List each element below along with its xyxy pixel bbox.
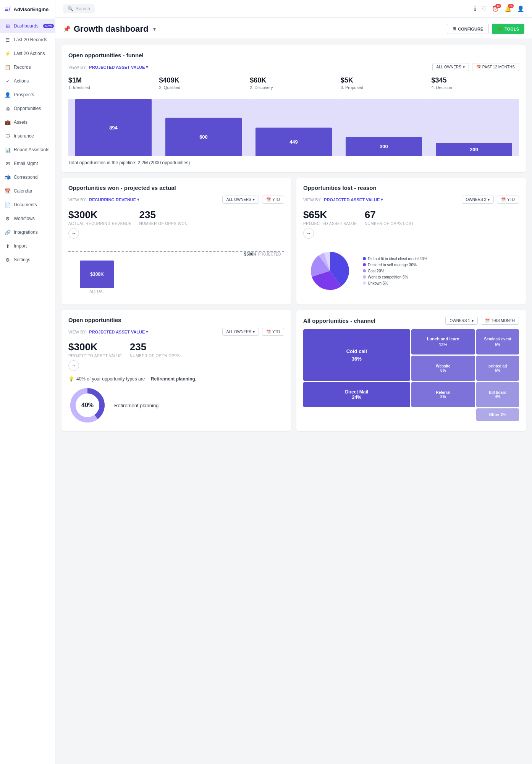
sidebar-item-opportunities[interactable]: ◎ Opportunities [0,102,55,115]
treemap-cell-directmail: Direct Mail 24% [303,382,410,407]
funnel-bar: 449 [255,128,332,156]
dashboard-title: Growth dashboard [74,24,149,34]
alert-icon[interactable]: ⏰ 12 [492,5,499,12]
sidebar-item-correspond[interactable]: 📬 Correspond [0,170,55,184]
funnel-viewby-label: VIEW BY: [68,65,87,70]
notification-bell[interactable]: 🔔 76 [505,5,512,12]
open-opps-viewby-value[interactable]: PROJECTED ASSET VALUE ▾ [89,329,148,334]
treemap-cell-other: Other 2% [476,408,519,421]
sidebar-label-workflows: Workflows [14,216,35,221]
sidebar-item-import[interactable]: ⬆ Import [0,239,55,253]
open-opps-viewby-label: VIEW BY: [68,330,87,334]
funnel-bar-wrap: 449 [249,95,339,156]
opps-won-period-filter[interactable]: 📅 YTD [262,196,284,204]
funnel-bars: 894 600 449 300 209 [68,95,519,156]
import-icon: ⬆ [5,243,11,249]
sidebar-label-emailmgmt: Email Mgmt [14,161,38,166]
sidebar-item-prospects[interactable]: 👤 Prospects [0,88,55,102]
funnel-stat: $345 4. Decision [431,76,519,90]
sidebar-item-last20records[interactable]: ☰ Last 20 Records [0,33,55,47]
opps-lost-count-value: 67 [365,209,414,221]
heart-icon[interactable]: ♡ [482,5,487,12]
funnel-period-filter[interactable]: 📅 PAST 12 MONTHS [472,63,519,71]
opps-won-owners-filter[interactable]: ALL OWNERS ▾ [222,196,259,204]
opps-lost-owners-filter[interactable]: OWNERS 2 ▾ [462,196,494,204]
pie-legend-dot [363,263,366,266]
channel-owners-filter[interactable]: OWNERS 1 ▾ [445,317,477,325]
sidebar-label-documents: Documents [14,202,37,207]
funnel-owners-filter[interactable]: ALL OWNERS ▾ [432,63,469,71]
opps-won-actual-metric: $300K ACTUAL RECURRING REVENUE → [68,209,132,239]
opps-won-filter-left: VIEW BY: RECURRING REVENUE ▾ [68,197,139,202]
open-opps-cal-icon: 📅 [266,330,271,334]
opps-lost-navigate-button[interactable]: → [303,228,314,239]
opps-won-viewby-value[interactable]: RECURRING REVENUE ▾ [89,197,139,202]
open-opps-period-filter[interactable]: 📅 YTD [262,328,284,336]
sidebar-item-documents[interactable]: 📄 Documents [0,198,55,212]
projected-line: $500K PROJECTED [68,251,284,256]
channel-period-filter[interactable]: 📅 THIS MONTH [481,317,519,325]
open-opps-donut: 40% Retirement planning [68,386,284,424]
opps-lost-pie: Did not fit in ideal client model 40% De… [303,244,519,298]
funnel-title: Open opportunities - funnel [68,52,519,58]
title-chevron-icon[interactable]: ▾ [153,26,156,32]
sidebar-label-calendar: Calendar [14,188,32,194]
sidebar-item-records[interactable]: 📋 Records [0,60,55,74]
info-icon[interactable]: ℹ [474,5,476,12]
sidebar-label-integrations: Integrations [14,230,38,235]
topbar-icons: ℹ ♡ ⏰ 12 🔔 76 👤 [474,5,524,12]
tools-button[interactable]: 🌿 TOOLS [492,24,524,34]
sidebar-item-settings[interactable]: ⚙ Settings [0,253,55,267]
funnel-stat: $5K 3. Proposed [341,76,429,90]
opps-won-bar-chart: $500K PROJECTED $300K ACTUAL [68,244,284,294]
open-opps-title: Open opportunities [68,317,284,323]
main-content: 🔍 Search ℹ ♡ ⏰ 12 🔔 76 👤 📌 Growth dashbo… [55,0,532,764]
pie-legend-dot [363,269,366,272]
opps-won-filter-right: ALL OWNERS ▾ 📅 YTD [222,196,284,204]
open-opps-insight: 💡 40% of your opportunity types are Reti… [68,376,284,382]
opps-lost-count-metric: 67 NUMBER OF OPPS LOST [365,209,414,239]
treemap-grid: Cold call 36% Lunch and learn 12% Semina… [303,329,519,421]
treemap-cell-coldcall: Cold call 36% [303,329,410,381]
opps-lost-count-label: NUMBER OF OPPS LOST [365,222,414,226]
sidebar-item-workflows[interactable]: ⚙ Workflows [0,212,55,225]
open-opps-value-metric: $300K PROJECTED ASSET VALUE → [68,341,122,371]
pie-legend-item: Decided to self manage 30% [363,263,427,267]
opps-lost-viewby-label: VIEW BY: [303,197,322,202]
open-opps-navigate-button[interactable]: → [68,360,79,371]
sidebar-item-reportassistants[interactable]: 📊 Report Assistants [0,143,55,157]
sidebar-item-insurance[interactable]: 🛡 Insurance [0,129,55,143]
funnel-stat: $60K 2. Discovery [250,76,338,90]
opps-won-count-label: NUMBER OF OPPS WON [139,222,188,226]
sidebar-item-dashboards[interactable]: ⊞ Dashboards New [0,19,55,33]
sidebar-label-insurance: Insurance [14,133,34,139]
channel-filter-right: OWNERS 1 ▾ 📅 THIS MONTH [445,317,519,325]
sidebar-label-correspond: Correspond [14,175,38,180]
sidebar-item-actions[interactable]: ✓ Actions [0,74,55,88]
opps-lost-period-filter[interactable]: 📅 YTD [497,196,519,204]
sidebar-item-calendar[interactable]: 📅 Calendar [0,184,55,198]
pie-legend-dot [363,257,366,260]
configure-grid-icon: ⊞ [453,26,456,31]
opps-won-navigate-button[interactable]: → [68,228,79,239]
open-opps-owners-filter[interactable]: ALL OWNERS ▾ [222,328,259,336]
funnel-stat: $409K 2. Qualified [159,76,247,90]
opps-won-actual-label: ACTUAL RECURRING REVENUE [68,222,132,226]
pie-legend-item: Went to competition 5% [363,275,427,279]
sidebar-label-opportunities: Opportunities [14,106,41,111]
funnel-card: Open opportunities - funnel VIEW BY: PRO… [61,45,526,172]
dashboards-icon: ⊞ [5,23,11,29]
sidebar-item-integrations[interactable]: 🔗 Integrations [0,225,55,239]
sidebar-item-assets[interactable]: 💼 Assets [0,115,55,129]
search-bar[interactable]: 🔍 Search [63,4,95,13]
profile-icon[interactable]: 👤 [517,5,524,12]
channel-title: All opportunities - channel [303,317,375,324]
actions-icon: ✓ [5,78,11,84]
sidebar-item-emailmgmt[interactable]: ✉ Email Mgmt [0,157,55,170]
tools-leaf-icon: 🌿 [497,26,503,31]
sidebar-item-last20actions[interactable]: ⚡ Last 20 Actions [0,47,55,60]
opps-lost-viewby-value[interactable]: PROJECTED ASSET VALUE ▾ [324,197,383,202]
configure-button[interactable]: ⊞ CONFIGURE [447,24,489,34]
funnel-viewby-value[interactable]: PROJECTED ASSET VALUE ▾ [89,65,148,70]
funnel-stats-row: $1M 1. Identified $409K 2. Qualified $60… [68,76,519,90]
